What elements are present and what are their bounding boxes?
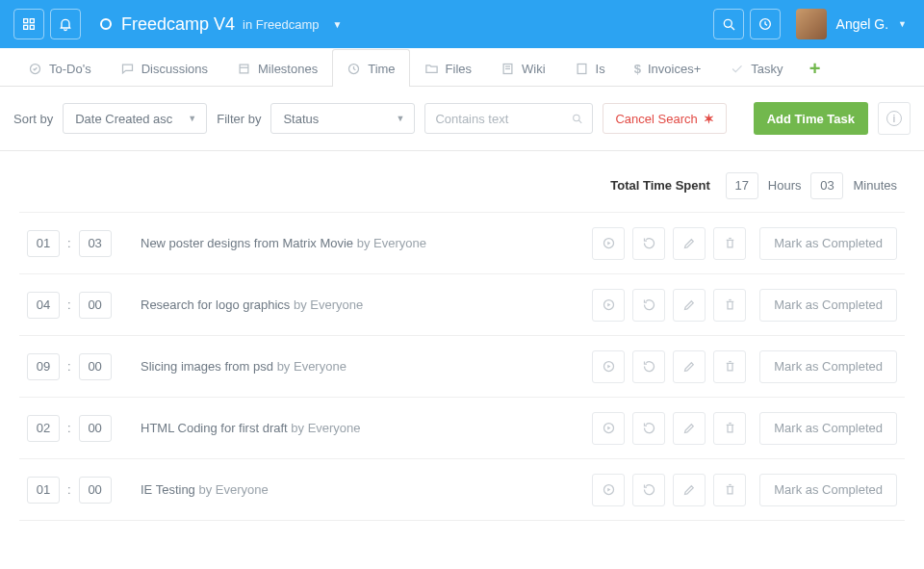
tab-discussions[interactable]: Discussions — [106, 49, 222, 87]
delete-button[interactable] — [713, 350, 746, 383]
search-input[interactable] — [435, 112, 570, 126]
row-hours[interactable]: 04 — [27, 292, 60, 319]
mark-completed-button[interactable]: Mark as Completed — [759, 412, 897, 445]
add-time-task-button[interactable]: Add Time Task — [754, 102, 868, 135]
total-row: Total Time Spent 17 Hours 03 Minutes — [19, 159, 905, 213]
table-row: 02 : 00 HTML Coding for first draft by E… — [19, 398, 905, 459]
play-button[interactable] — [592, 227, 625, 260]
tab-is[interactable]: Is — [560, 49, 620, 87]
svg-point-15 — [573, 115, 578, 120]
row-title: New poster designs from Matrix Movie by … — [123, 236, 592, 250]
notifications-button[interactable] — [50, 9, 81, 39]
colon: : — [67, 421, 71, 435]
play-button[interactable] — [592, 474, 625, 506]
chevron-down-icon: ▼ — [397, 114, 405, 123]
edit-button[interactable] — [673, 474, 706, 506]
apps-grid-button[interactable] — [13, 9, 44, 39]
table-row: 01 : 03 New poster designs from Matrix M… — [19, 213, 905, 274]
delete-button[interactable] — [713, 227, 746, 260]
plus-icon: + — [809, 58, 821, 80]
search-field[interactable] — [424, 103, 593, 134]
mark-completed-button[interactable]: Mark as Completed — [759, 289, 897, 322]
row-minutes[interactable]: 03 — [79, 230, 112, 257]
edit-button[interactable] — [673, 350, 706, 383]
row-minutes[interactable]: 00 — [79, 415, 112, 442]
edit-button[interactable] — [673, 227, 706, 260]
svg-rect-0 — [24, 19, 28, 23]
filter-by-label: Filter by — [217, 112, 261, 126]
cancel-label: Cancel Search — [615, 112, 697, 126]
tab-label: Is — [596, 62, 605, 76]
reset-button[interactable] — [632, 289, 665, 322]
tab-add[interactable]: + — [797, 49, 832, 87]
tab-label: Invoices+ — [648, 62, 701, 76]
tab-label: Time — [368, 62, 395, 76]
svg-rect-8 — [240, 65, 248, 73]
project-sub: in Freedcamp — [243, 17, 319, 32]
edit-button[interactable] — [673, 412, 706, 445]
user-chevron-down-icon[interactable]: ▼ — [898, 19, 907, 29]
reset-button[interactable] — [632, 227, 665, 260]
minutes-unit: Minutes — [853, 178, 897, 193]
tab-time[interactable]: Time — [332, 49, 409, 87]
svg-point-4 — [724, 19, 732, 27]
tab-label: Tasky — [751, 62, 783, 76]
delete-button[interactable] — [713, 289, 746, 322]
play-button[interactable] — [592, 412, 625, 445]
cancel-search-button[interactable]: Cancel Search ✶ — [603, 103, 726, 134]
delete-button[interactable] — [713, 412, 746, 445]
total-minutes: 03 — [810, 172, 843, 199]
search-button[interactable] — [713, 9, 744, 39]
user-name[interactable]: Angel G. — [836, 16, 888, 32]
tab-wiki[interactable]: Wiki — [486, 49, 560, 87]
history-button[interactable] — [750, 9, 781, 39]
svg-line-5 — [731, 27, 733, 30]
avatar[interactable] — [796, 9, 827, 39]
colon: : — [67, 236, 71, 250]
reset-button[interactable] — [632, 350, 665, 383]
sort-by-label: Sort by — [13, 112, 53, 126]
row-title: Slicing images from psd by Everyone — [123, 359, 592, 374]
edit-button[interactable] — [673, 289, 706, 322]
delete-button[interactable] — [713, 474, 746, 506]
row-hours[interactable]: 02 — [27, 415, 60, 442]
project-dot-icon — [100, 18, 112, 30]
mark-completed-button[interactable]: Mark as Completed — [759, 227, 897, 260]
svg-rect-2 — [24, 25, 28, 29]
row-hours[interactable]: 01 — [27, 477, 60, 504]
row-hours[interactable]: 09 — [27, 353, 60, 380]
play-button[interactable] — [592, 289, 625, 322]
info-button[interactable]: i — [878, 102, 911, 135]
row-title: Research for logo graphics by Everyone — [123, 297, 592, 312]
close-icon: ✶ — [704, 112, 714, 126]
row-minutes[interactable]: 00 — [79, 477, 112, 504]
filter-bar: Sort by Date Created asc ▼ Filter by Sta… — [0, 87, 924, 151]
play-button[interactable] — [592, 350, 625, 383]
row-minutes[interactable]: 00 — [79, 353, 112, 380]
project-switcher[interactable]: Freedcamp V4 in Freedcamp ▼ — [100, 14, 342, 35]
filter-value: Status — [283, 112, 319, 126]
tab-invoices[interactable]: $ Invoices+ — [620, 49, 716, 87]
filter-select[interactable]: Status ▼ — [270, 103, 415, 134]
tab-tasky[interactable]: Tasky — [715, 49, 797, 87]
mark-completed-button[interactable]: Mark as Completed — [759, 474, 897, 506]
svg-rect-3 — [30, 25, 34, 29]
mark-completed-button[interactable]: Mark as Completed — [759, 350, 897, 383]
tab-todos[interactable]: To-Do's — [13, 49, 106, 87]
total-hours: 17 — [726, 172, 758, 199]
tab-milestones[interactable]: Milestones — [222, 49, 332, 87]
chevron-down-icon: ▼ — [188, 114, 196, 123]
search-icon — [571, 112, 583, 125]
time-list: Total Time Spent 17 Hours 03 Minutes 01 … — [0, 159, 924, 521]
tab-label: Milestones — [258, 62, 318, 76]
colon: : — [67, 359, 71, 374]
row-minutes[interactable]: 00 — [79, 292, 112, 319]
sort-value: Date Created asc — [75, 112, 172, 126]
tab-files[interactable]: Files — [410, 49, 486, 87]
reset-button[interactable] — [632, 474, 665, 506]
row-hours[interactable]: 01 — [27, 230, 60, 257]
reset-button[interactable] — [632, 412, 665, 445]
svg-line-16 — [578, 120, 581, 123]
sort-select[interactable]: Date Created asc ▼ — [63, 103, 207, 134]
table-row: 01 : 00 IE Testing by Everyone Mark as C… — [19, 459, 905, 521]
